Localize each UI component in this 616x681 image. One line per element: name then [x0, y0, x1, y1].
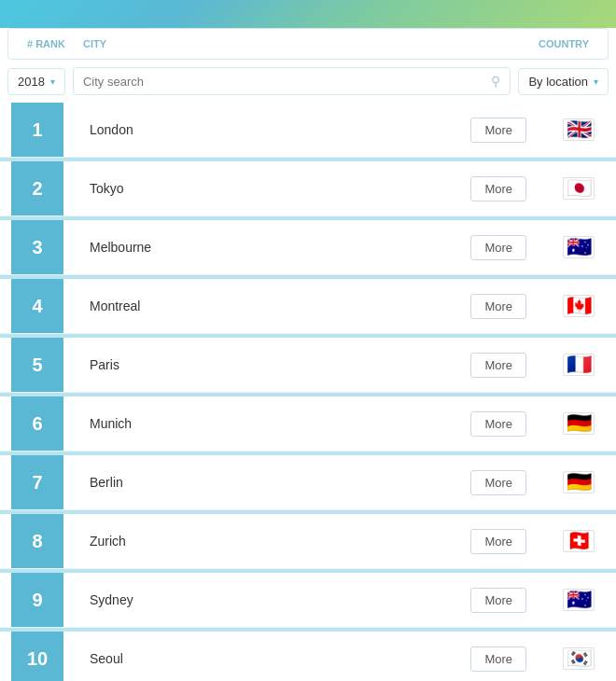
city-group-5: 5ParisMore🇫🇷 — [0, 338, 616, 396]
more-button[interactable]: More — [470, 294, 526, 319]
rank-badge: 5 — [11, 338, 63, 392]
table-row: 5ParisMore🇫🇷 — [0, 338, 616, 393]
country-flag: 🇦🇺 — [563, 236, 595, 258]
rank-cell: 1 — [0, 103, 75, 157]
city-name: Seoul — [75, 636, 470, 681]
city-group-2: 2TokyoMore🇯🇵 — [0, 161, 616, 220]
city-group-4: 4MontrealMore🇨🇦 — [0, 279, 616, 338]
city-list: 1LondonMore🇬🇧2TokyoMore🇯🇵3MelbourneMore🇦… — [0, 103, 616, 681]
rank-badge: 1 — [11, 103, 63, 157]
flag-cell: 🇩🇪 — [541, 471, 616, 493]
more-button[interactable]: More — [470, 235, 526, 260]
more-button[interactable]: More — [470, 470, 526, 495]
city-name: Tokyo — [75, 166, 470, 211]
column-headers: # RANK CITY COUNTRY — [7, 28, 609, 60]
country-flag: 🇰🇷 — [563, 647, 595, 670]
controls-row: 2018 ▾ ⚲ By location ▾ — [0, 60, 616, 103]
more-button[interactable]: More — [470, 118, 526, 143]
rank-badge: 2 — [11, 161, 63, 215]
city-name: Melbourne — [75, 225, 470, 270]
more-button[interactable]: More — [470, 176, 526, 202]
city-group-1: 1LondonMore🇬🇧 — [0, 103, 616, 161]
table-row: 9SydneyMore🇦🇺 — [0, 573, 616, 628]
rank-cell: 8 — [0, 514, 75, 568]
rank-badge: 9 — [11, 573, 63, 627]
more-button[interactable]: More — [470, 646, 526, 672]
location-label: By location — [528, 75, 588, 89]
city-group-10: 10SeoulMore🇰🇷 — [0, 632, 616, 681]
rank-badge: 7 — [11, 455, 63, 509]
table-row: 1LondonMore🇬🇧 — [0, 103, 616, 158]
header-banner — [0, 0, 616, 28]
flag-cell: 🇦🇺 — [541, 236, 616, 258]
country-flag: 🇫🇷 — [563, 354, 595, 376]
country-flag: 🇩🇪 — [563, 412, 595, 435]
search-icon: ⚲ — [491, 74, 500, 89]
country-header: COUNTRY — [496, 38, 608, 49]
city-group-9: 9SydneyMore🇦🇺 — [0, 573, 616, 632]
year-selector[interactable]: 2018 ▾ — [7, 68, 65, 95]
city-name: Sydney — [75, 577, 470, 622]
location-selector[interactable]: By location ▾ — [518, 68, 609, 95]
rank-badge: 8 — [11, 514, 63, 568]
flag-cell: 🇬🇧 — [541, 118, 616, 141]
flag-cell: 🇦🇺 — [541, 589, 616, 611]
table-row: 4MontrealMore🇨🇦 — [0, 279, 616, 334]
table-row: 3MelbourneMore🇦🇺 — [0, 220, 616, 275]
country-flag: 🇯🇵 — [563, 177, 595, 200]
rank-badge: 3 — [11, 220, 63, 274]
city-name: Berlin — [75, 460, 470, 505]
city-name: Zurich — [75, 519, 470, 563]
flag-cell: 🇩🇪 — [541, 412, 616, 435]
country-flag: 🇩🇪 — [563, 471, 595, 493]
more-button[interactable]: More — [470, 353, 526, 378]
more-button[interactable]: More — [470, 411, 526, 437]
rank-badge: 10 — [11, 632, 63, 681]
flag-cell: 🇨🇭 — [541, 530, 616, 552]
rank-cell: 4 — [0, 279, 75, 333]
table-row: 2TokyoMore🇯🇵 — [0, 161, 616, 216]
location-chevron-icon: ▾ — [594, 76, 598, 87]
rank-cell: 5 — [0, 338, 75, 392]
flag-cell: 🇫🇷 — [541, 354, 616, 376]
city-header: CITY — [83, 38, 496, 49]
more-button[interactable]: More — [470, 529, 526, 554]
country-flag: 🇦🇺 — [563, 589, 595, 611]
rank-badge: 4 — [11, 279, 63, 333]
city-name: London — [75, 107, 470, 152]
rank-header: # RANK — [8, 38, 83, 49]
city-group-3: 3MelbourneMore🇦🇺 — [0, 220, 616, 279]
city-name: Munich — [75, 401, 470, 446]
flag-cell: 🇰🇷 — [541, 647, 616, 670]
rank-cell: 2 — [0, 161, 75, 215]
city-group-6: 6MunichMore🇩🇪 — [0, 396, 616, 455]
rank-cell: 3 — [0, 220, 75, 274]
rank-cell: 9 — [0, 573, 75, 627]
city-name: Montreal — [75, 284, 470, 328]
table-row: 10SeoulMore🇰🇷 — [0, 632, 616, 681]
rank-badge: 6 — [11, 396, 63, 451]
flag-cell: 🇯🇵 — [541, 177, 616, 200]
more-button[interactable]: More — [470, 588, 526, 613]
country-flag: 🇨🇦 — [563, 295, 595, 317]
flag-cell: 🇨🇦 — [541, 295, 616, 317]
rank-cell: 7 — [0, 455, 75, 509]
city-group-7: 7BerlinMore🇩🇪 — [0, 455, 616, 514]
search-box: ⚲ — [73, 67, 511, 95]
table-row: 8ZurichMore🇨🇭 — [0, 514, 616, 569]
year-chevron-icon: ▾ — [50, 76, 55, 87]
table-row: 6MunichMore🇩🇪 — [0, 396, 616, 452]
page-wrapper: # RANK CITY COUNTRY 2018 ▾ ⚲ By location… — [0, 0, 616, 681]
country-flag: 🇨🇭 — [563, 530, 595, 552]
rank-cell: 6 — [0, 396, 75, 451]
rank-cell: 10 — [0, 632, 75, 681]
country-flag: 🇬🇧 — [563, 118, 595, 141]
table-row: 7BerlinMore🇩🇪 — [0, 455, 616, 510]
search-input[interactable] — [83, 75, 491, 89]
year-value: 2018 — [18, 75, 45, 89]
city-group-8: 8ZurichMore🇨🇭 — [0, 514, 616, 573]
city-name: Paris — [75, 342, 470, 387]
